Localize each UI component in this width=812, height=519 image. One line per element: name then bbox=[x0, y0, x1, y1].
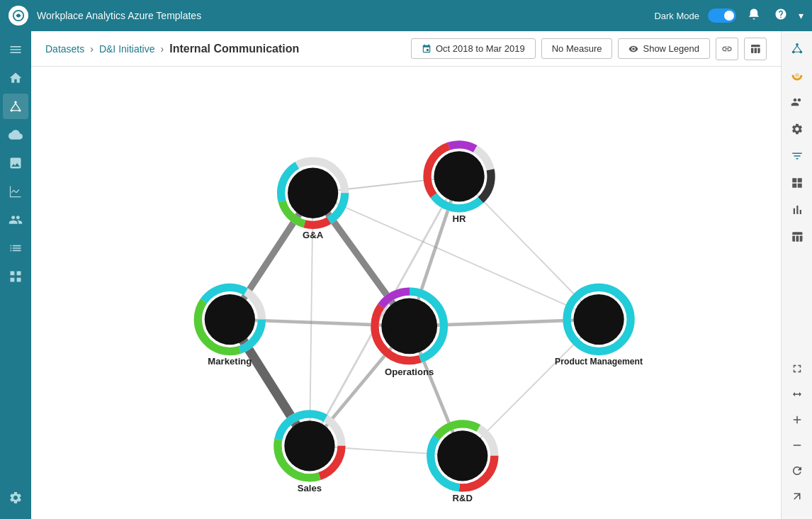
node-rd[interactable]: R&D bbox=[431, 424, 495, 503]
date-range-label: Oct 2018 to Mar 2019 bbox=[436, 43, 525, 54]
arrows-h-icon[interactable] bbox=[786, 383, 808, 406]
breadcrumb-sep-2: › bbox=[161, 43, 164, 55]
sidebar-item-list[interactable] bbox=[3, 235, 28, 261]
sidebar-item-cloud[interactable] bbox=[3, 122, 28, 147]
right-item-grid[interactable] bbox=[786, 172, 808, 194]
network-graph: G&A HR bbox=[31, 67, 781, 519]
node-sales[interactable]: Sales bbox=[278, 414, 342, 493]
svg-point-31 bbox=[434, 151, 484, 201]
svg-point-24 bbox=[288, 168, 338, 218]
breadcrumb-current: Internal Communication bbox=[169, 43, 299, 55]
svg-point-44 bbox=[381, 298, 437, 355]
svg-text:Operations: Operations bbox=[385, 367, 434, 377]
sidebar-item-network[interactable] bbox=[3, 94, 28, 119]
sidebar-item-gallery[interactable] bbox=[3, 150, 28, 176]
right-item-people[interactable] bbox=[786, 91, 808, 113]
dark-mode-label: Dark Mode bbox=[654, 11, 699, 21]
graph-area: G&A HR bbox=[31, 67, 781, 519]
svg-text:R&D: R&D bbox=[453, 493, 473, 503]
right-item-network[interactable] bbox=[786, 37, 808, 60]
svg-point-59 bbox=[437, 430, 487, 481]
measure-button[interactable]: No Measure bbox=[541, 38, 613, 59]
breadcrumb-datasets[interactable]: Datasets bbox=[45, 43, 84, 55]
topbar-chevron-icon[interactable]: ▾ bbox=[799, 10, 803, 21]
sidebar-item-menu[interactable] bbox=[3, 37, 28, 62]
sidebar-item-home[interactable] bbox=[3, 65, 28, 91]
svg-point-65 bbox=[795, 73, 799, 77]
breadcrumb-actions: Oct 2018 to Mar 2019 No Measure Show Leg… bbox=[411, 38, 767, 60]
right-bottom-controls bbox=[786, 357, 808, 513]
legend-label: Show Legend bbox=[643, 43, 699, 54]
help-icon[interactable] bbox=[772, 5, 790, 26]
breadcrumb-sep-1: › bbox=[90, 43, 94, 55]
svg-point-37 bbox=[205, 294, 255, 345]
topbar-controls: Dark Mode ▾ bbox=[654, 5, 803, 26]
node-hr[interactable]: HR bbox=[427, 145, 491, 224]
right-item-bar[interactable] bbox=[786, 199, 808, 221]
app-logo bbox=[9, 6, 28, 26]
right-item-table[interactable] bbox=[786, 225, 808, 248]
main-layout: Datasets › D&I Initiative › Internal Com… bbox=[0, 31, 812, 519]
node-operations[interactable]: Operations bbox=[375, 291, 444, 377]
topbar: Workplace Analytics Azure Templates Dark… bbox=[0, 0, 812, 31]
svg-point-47 bbox=[573, 294, 624, 345]
app-title: Workplace Analytics Azure Templates bbox=[37, 10, 654, 21]
svg-point-53 bbox=[284, 420, 334, 471]
dark-mode-toggle[interactable] bbox=[708, 9, 736, 23]
legend-button[interactable]: Show Legend bbox=[618, 38, 710, 59]
right-item-donut[interactable] bbox=[786, 64, 808, 86]
left-sidebar bbox=[0, 31, 31, 519]
date-range-button[interactable]: Oct 2018 to Mar 2019 bbox=[411, 38, 536, 59]
minus-icon[interactable] bbox=[786, 434, 808, 457]
diagonal-icon[interactable] bbox=[786, 485, 808, 508]
svg-point-61 bbox=[796, 43, 799, 46]
sidebar-item-chart[interactable] bbox=[3, 179, 28, 204]
plus-icon[interactable] bbox=[786, 408, 808, 431]
table-view-button[interactable] bbox=[744, 38, 767, 60]
breadcrumb-bar: Datasets › D&I Initiative › Internal Com… bbox=[31, 31, 781, 67]
breadcrumb-initiative[interactable]: D&I Initiative bbox=[99, 43, 155, 55]
refresh-icon[interactable] bbox=[786, 459, 808, 482]
link-button[interactable] bbox=[716, 38, 738, 60]
svg-text:G&A: G&A bbox=[303, 230, 324, 240]
svg-text:Marketing: Marketing bbox=[208, 356, 252, 367]
measure-label: No Measure bbox=[552, 43, 602, 54]
notifications-icon[interactable] bbox=[745, 5, 763, 26]
svg-text:Sales: Sales bbox=[298, 483, 322, 493]
expand-icon[interactable] bbox=[786, 357, 808, 380]
sidebar-item-people[interactable] bbox=[3, 207, 28, 233]
right-sidebar bbox=[781, 31, 812, 519]
sidebar-item-table[interactable] bbox=[3, 264, 28, 289]
sidebar-item-settings[interactable] bbox=[3, 485, 28, 510]
svg-text:HR: HR bbox=[453, 213, 466, 224]
svg-text:Product Management: Product Management bbox=[555, 357, 643, 367]
node-productmgmt[interactable]: Product Management bbox=[555, 287, 643, 367]
right-item-gear[interactable] bbox=[786, 118, 808, 140]
content-area: Datasets › D&I Initiative › Internal Com… bbox=[31, 31, 781, 519]
svg-point-1 bbox=[14, 101, 16, 104]
right-item-filter[interactable] bbox=[786, 145, 808, 167]
